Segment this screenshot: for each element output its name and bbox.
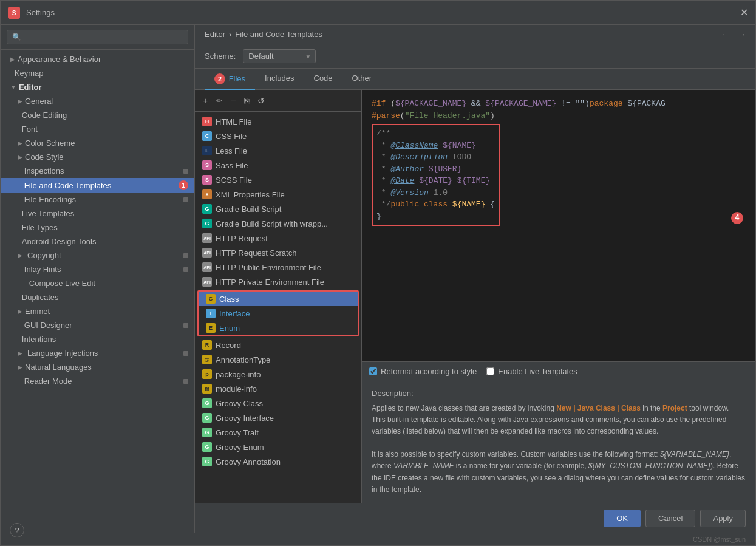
tab-includes[interactable]: Includes: [255, 69, 304, 90]
close-button[interactable]: ✕: [740, 7, 748, 18]
sidebar-item-font[interactable]: Font: [1, 122, 194, 136]
file-list-toolbar: + ✏ − ⎘ ↺: [195, 90, 361, 112]
file-item-class[interactable]: C Class: [199, 292, 358, 306]
live-templates-checkbox[interactable]: [486, 367, 494, 375]
sidebar-item-label: Natural Languages: [25, 363, 92, 372]
sidebar-item-gui-designer[interactable]: GUI Designer: [1, 318, 194, 332]
remove-button[interactable]: −: [228, 94, 239, 107]
sidebar-item-label: Intentions: [22, 335, 56, 344]
tab-other[interactable]: Other: [342, 69, 382, 90]
file-item-scss[interactable]: S SCSS File: [195, 172, 361, 187]
reset-button[interactable]: ↺: [254, 94, 268, 107]
file-item-less[interactable]: L Less File: [195, 143, 361, 158]
file-item-css[interactable]: C CSS File: [195, 129, 361, 143]
sidebar-item-duplicates[interactable]: Duplicates: [1, 290, 194, 304]
nav-forward-button[interactable]: →: [738, 30, 746, 39]
panel-body: + ✏ − ⎘ ↺ H HTML File C: [195, 90, 755, 503]
gradle-wrapper-icon: G: [202, 219, 212, 228]
groovy-class-icon: G: [202, 398, 212, 408]
file-item-xml[interactable]: X XML Properties File: [195, 187, 361, 202]
expand-arrow: [18, 238, 19, 245]
file-item-http-scratch[interactable]: API HTTP Request Scratch: [195, 245, 361, 260]
sidebar-item-natural-languages[interactable]: ▶ Natural Languages: [1, 360, 194, 374]
scheme-dropdown[interactable]: Default Project: [243, 49, 316, 63]
file-item-groovy-class[interactable]: G Groovy Class: [195, 396, 361, 411]
file-item-gradle-wrapper[interactable]: G Gradle Build Script with wrapp...: [195, 216, 361, 231]
right-panel: Editor › File and Code Templates ← → Sch…: [195, 25, 755, 533]
ok-button[interactable]: OK: [604, 510, 641, 527]
code-editor[interactable]: #if (${PACKAGE_NAME} && ${PACKAGE_NAME} …: [362, 90, 755, 361]
bottom-bar: OK Cancel Apply: [195, 503, 755, 533]
sidebar-item-inspections[interactable]: Inspections: [1, 164, 194, 178]
sidebar-item-label: General: [25, 97, 53, 106]
sidebar-item-file-code-templates[interactable]: File and Code Templates 1: [1, 178, 194, 193]
file-item-groovy-enum[interactable]: G Groovy Enum: [195, 440, 361, 454]
sidebar-item-reader-mode[interactable]: Reader Mode: [1, 374, 194, 388]
sidebar-item-editor[interactable]: ▼ Editor: [1, 80, 194, 94]
help-button[interactable]: ?: [10, 523, 24, 537]
sidebar-item-label: Emmet: [25, 307, 50, 316]
sidebar-item-copyright[interactable]: ▶ Copyright: [1, 248, 194, 262]
file-item-annotation[interactable]: @ AnnotationType: [195, 352, 361, 367]
file-item-http-public[interactable]: API HTTP Public Environment File: [195, 260, 361, 275]
sidebar-item-android-design[interactable]: Android Design Tools: [1, 234, 194, 248]
sidebar-item-emmet[interactable]: ▶ Emmet: [1, 304, 194, 318]
tab-files[interactable]: 2 Files: [205, 69, 255, 90]
breadcrumb-parent: Editor: [205, 30, 225, 39]
description-title: Description:: [372, 389, 746, 398]
file-item-package-info[interactable]: p package-info: [195, 367, 361, 381]
sidebar-item-color-scheme[interactable]: ▶ Color Scheme: [1, 136, 194, 150]
file-item-label: HTTP Request: [216, 234, 268, 243]
expand-arrow: [18, 210, 19, 217]
expand-arrow: [18, 112, 19, 118]
sidebar-item-language-injections[interactable]: ▶ Language Injections: [1, 346, 194, 360]
search-input[interactable]: [7, 30, 188, 44]
sidebar-item-label: File Types: [22, 223, 58, 232]
copy-button[interactable]: ⎘: [241, 94, 252, 107]
file-item-groovy-interface[interactable]: G Groovy Interface: [195, 411, 361, 425]
file-item-groovy-trait[interactable]: G Groovy Trait: [195, 425, 361, 440]
file-item-sass[interactable]: S Sass File: [195, 158, 361, 172]
sidebar-item-code-editing[interactable]: Code Editing: [1, 108, 194, 122]
sidebar-item-intentions[interactable]: Intentions: [1, 332, 194, 346]
expand-arrow: [18, 168, 19, 174]
nav-back-button[interactable]: ←: [721, 30, 729, 39]
sidebar-item-general[interactable]: ▶ General: [1, 94, 194, 108]
sidebar-item-appearance[interactable]: ▶ Appearance & Behavior: [1, 52, 194, 66]
file-item-gradle[interactable]: G Gradle Build Script: [195, 202, 361, 216]
tab-includes-label: Includes: [265, 73, 294, 83]
expand-arrow: [18, 378, 19, 384]
file-item-record[interactable]: R Record: [195, 338, 361, 352]
file-item-http[interactable]: API HTTP Request: [195, 231, 361, 245]
edit-button[interactable]: ✏: [213, 95, 225, 107]
file-item-label: HTTP Private Environment File: [216, 278, 324, 287]
file-item-html[interactable]: H HTML File: [195, 114, 361, 129]
tab-code[interactable]: Code: [304, 69, 342, 90]
reformat-checkbox-label[interactable]: Reformat according to style: [369, 367, 477, 376]
sidebar-item-inlay-hints[interactable]: Inlay Hints: [1, 262, 194, 276]
file-item-module-info[interactable]: m module-info: [195, 381, 361, 396]
apply-button[interactable]: Apply: [700, 510, 746, 527]
sidebar-item-compose-live-edit[interactable]: Compose Live Edit: [1, 276, 194, 290]
live-templates-checkbox-label[interactable]: Enable Live Templates: [486, 367, 577, 376]
file-item-groovy-annotation[interactable]: G Groovy Annotation: [195, 454, 361, 469]
sidebar-item-live-templates[interactable]: Live Templates: [1, 206, 194, 220]
file-item-interface[interactable]: I Interface: [199, 306, 358, 321]
sidebar-item-label: Live Templates: [22, 209, 74, 218]
sidebar-item-keymap[interactable]: Keymap: [1, 66, 194, 80]
editor-panel: #if (${PACKAGE_NAME} && ${PACKAGE_NAME} …: [362, 90, 755, 503]
sidebar-item-file-types[interactable]: File Types: [1, 220, 194, 234]
search-bar[interactable]: [1, 25, 194, 50]
sass-icon: S: [202, 160, 212, 170]
file-item-http-private[interactable]: API HTTP Private Environment File: [195, 275, 361, 289]
sidebar-item-code-style[interactable]: ▶ Code Style: [1, 150, 194, 164]
file-item-enum[interactable]: E Enum: [199, 321, 358, 335]
reformat-checkbox[interactable]: [369, 367, 377, 375]
add-button[interactable]: +: [200, 94, 211, 107]
cancel-button[interactable]: Cancel: [645, 510, 695, 527]
scheme-selector[interactable]: Default Project: [243, 49, 316, 63]
indicator: [183, 253, 188, 258]
sidebar-item-file-encodings[interactable]: File Encodings: [1, 193, 194, 206]
file-item-label: Interface: [219, 309, 250, 318]
sidebar-item-label: Code Style: [25, 152, 64, 162]
